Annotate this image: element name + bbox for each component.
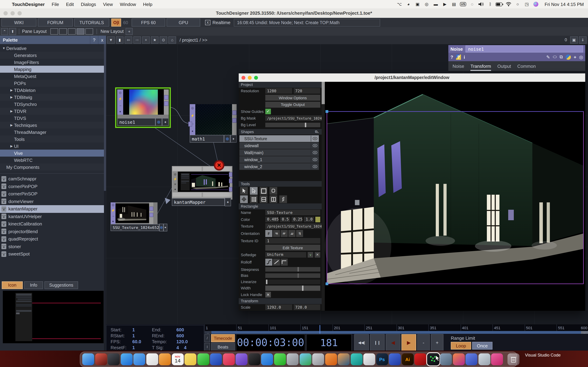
palette-tree-item-pops[interactable]: POPs <box>0 80 106 87</box>
visibility-eye-icon[interactable] <box>311 143 319 149</box>
node-name-noise1[interactable]: noise1 <box>117 118 156 126</box>
linearize-slider[interactable] <box>265 279 320 284</box>
tool-vsplit-icon[interactable] <box>269 195 277 203</box>
palette-tree-item-vive[interactable]: Vive <box>0 150 106 157</box>
visibility-eye-icon[interactable] <box>311 157 319 163</box>
spotlight-icon[interactable]: ○ <box>513 0 522 8</box>
scale-x-field[interactable]: 1292.0 <box>265 305 292 310</box>
display-mirror-icon[interactable]: ▣ <box>413 0 422 8</box>
dock-icon-tv[interactable] <box>248 353 260 365</box>
softedge-clear-icon[interactable]: ✕ <box>315 252 320 258</box>
tool-grid-icon[interactable] <box>250 195 258 203</box>
expander-icon[interactable]: ▶ <box>9 123 14 127</box>
tool-select-icon[interactable] <box>240 187 248 195</box>
dock-icon-mail[interactable] <box>133 353 145 365</box>
oi-toggle[interactable]: O|I <box>111 18 121 26</box>
node-star[interactable]: ✦ <box>163 224 167 231</box>
close-window-button[interactable] <box>3 11 8 15</box>
net-dropdown-icon[interactable]: ▼ <box>107 36 115 43</box>
copy-params-icon[interactable]: ⧉ <box>560 54 563 60</box>
layout-split-v[interactable] <box>59 28 67 35</box>
dock-icon-messages[interactable] <box>274 353 286 365</box>
dock-icon-trash[interactable] <box>508 353 519 365</box>
minimize-window-button[interactable] <box>248 76 252 80</box>
g-app-icon[interactable]: ◕ <box>404 0 413 8</box>
minimize-window-button[interactable] <box>10 11 15 15</box>
visibility-eye-icon[interactable] <box>311 164 319 169</box>
bomb-icon[interactable]: ● <box>112 220 114 223</box>
net-download-icon[interactable]: ⇓ <box>579 36 587 43</box>
node-dot[interactable] <box>224 135 230 143</box>
dock-icon-finder[interactable] <box>82 353 94 365</box>
zoom-window-button[interactable] <box>254 76 258 80</box>
collapse-icon[interactable]: ⌃ <box>1 28 8 35</box>
rolloff-linear-icon[interactable] <box>273 259 280 266</box>
dock-icon-appstore[interactable] <box>261 353 273 365</box>
battery-icon[interactable] <box>495 0 504 8</box>
show-guides-checkbox[interactable]: ✓ <box>265 109 271 114</box>
menubar-clock[interactable]: Fri Nov 14 4:15 PM <box>540 1 588 7</box>
net-home-icon[interactable]: ⌂ <box>168 36 176 43</box>
output-connector2[interactable] <box>229 179 232 183</box>
tab-info[interactable]: Info <box>24 281 43 289</box>
viewer-icon[interactable]: ◎ <box>119 91 122 94</box>
color-b-field[interactable]: 0.25 <box>292 217 303 222</box>
palette-component-stoner[interactable]: COMP◈stoner <box>0 243 106 250</box>
loop-button[interactable]: Loop <box>451 342 471 350</box>
python-icon[interactable] <box>566 54 571 60</box>
menu-help[interactable]: Help <box>139 0 156 8</box>
softedge-dropdown-icon[interactable]: v <box>308 252 313 258</box>
orientation-normal-icon[interactable]: F <box>265 230 272 237</box>
menu-window[interactable]: Window <box>116 0 140 8</box>
shape-item-window-1[interactable]: window_1 <box>239 156 319 163</box>
bg-level-slider[interactable] <box>265 123 320 127</box>
realtime-checkbox[interactable]: X <box>205 20 210 25</box>
node-dot[interactable] <box>159 224 164 231</box>
tool-bezier-icon[interactable] <box>279 195 287 203</box>
node-flags[interactable]: ◎ ⚡ → ● <box>117 90 123 115</box>
texture-field[interactable]: /project1/SSU_Texture_1024x652 <box>265 224 330 229</box>
output-connector2[interactable] <box>149 213 153 217</box>
wifi-icon[interactable] <box>504 0 513 8</box>
dock-icon-firefox[interactable] <box>453 353 465 365</box>
net-add-icon[interactable]: + <box>142 36 150 43</box>
target-icon[interactable]: ◎ <box>579 54 583 60</box>
palette-component-cornerpinpop[interactable]: COMP◈cornerPinPOP <box>0 183 106 190</box>
output-connector3[interactable] <box>229 187 232 192</box>
palette-component-quadreproject[interactable]: COMP◈quadReproject <box>0 235 106 243</box>
window-options-button[interactable]: Window Options <box>265 95 320 101</box>
palette-tree-item-mapping[interactable]: Mapping <box>0 66 106 73</box>
tool-anchor-icon[interactable] <box>240 195 248 203</box>
tab-output[interactable]: Output <box>497 64 511 71</box>
node-star[interactable]: ✦ <box>225 198 231 206</box>
dock-icon-photoshop[interactable]: Ps <box>376 353 388 365</box>
layout-quad[interactable] <box>85 28 93 35</box>
volume-icon[interactable] <box>477 0 486 8</box>
menu-edit[interactable]: Edit <box>62 0 77 8</box>
tab-noise[interactable]: Noise <box>453 64 464 71</box>
output-connector2[interactable] <box>164 101 168 106</box>
menu-view[interactable]: View <box>100 0 116 8</box>
dock-icon-safari[interactable] <box>121 353 132 365</box>
expander-icon[interactable]: ▶ <box>9 95 14 99</box>
shape-item-window-2[interactable]: window_2 <box>239 163 319 170</box>
dock-icon-orange-app[interactable] <box>159 353 171 365</box>
playhead[interactable] <box>320 325 320 334</box>
timeline-range-bar[interactable]: ... ... <box>204 331 588 334</box>
node-star[interactable]: ✦ <box>230 135 237 143</box>
tool-rectangle-icon[interactable] <box>260 187 268 195</box>
palette-component-sweetspot[interactable]: COMP◈sweetSpot <box>0 250 106 258</box>
shape-item-sidewall[interactable]: sidewall <box>239 142 319 149</box>
node-name-kantanmapper[interactable]: kantanMapper <box>172 198 225 206</box>
viewer-icon[interactable]: ◎ <box>174 173 176 176</box>
resolution-w-field[interactable]: 1280 <box>265 88 292 94</box>
dock-icon-music[interactable] <box>223 353 235 365</box>
range-handle-right[interactable]: ... <box>581 331 588 334</box>
range-plus-button[interactable]: + <box>431 334 443 351</box>
creative-cloud-icon[interactable]: ◎ <box>422 0 431 8</box>
dock-icon-teal-app[interactable] <box>351 353 363 365</box>
dock-icon-calendar[interactable]: NOV14 <box>172 353 184 365</box>
bias-slider[interactable] <box>265 273 320 278</box>
menu-touchdesigner[interactable]: TouchDesigner <box>9 0 48 8</box>
tab-icon[interactable]: Icon <box>2 281 23 289</box>
